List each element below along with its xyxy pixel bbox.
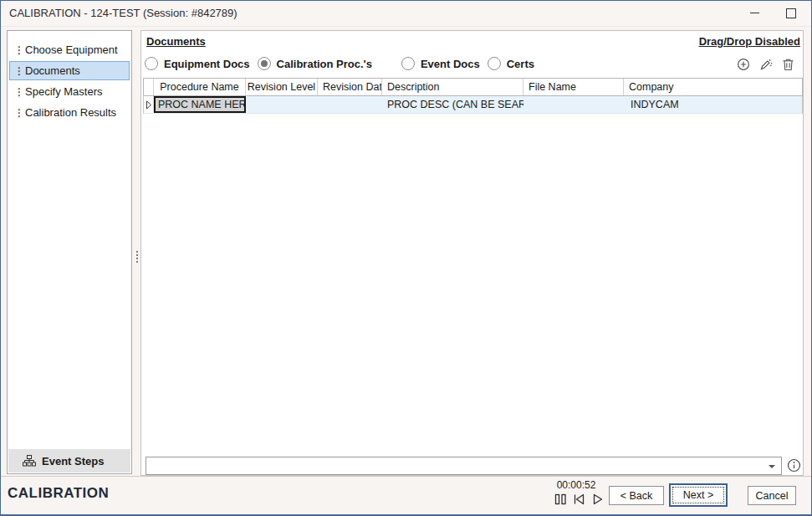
radio-icon [401,57,415,70]
sidebar-item-calibration-results[interactable]: ⋮ Calibration Results [9,103,130,122]
sidebar-item-choose-equipment[interactable]: ⋮ Choose Equipment [9,40,130,59]
drag-grip-icon: ⋮ [14,108,25,118]
table-row[interactable]: PROC NAME HERE PROC DESC (CAN BE SEARCHE… [143,96,803,114]
chevron-down-icon[interactable] [769,465,775,468]
cell-description: PROC DESC (CAN BE SEARCHED ( [382,96,523,113]
next-button[interactable]: Next > [669,483,728,507]
edit-document-button[interactable] [758,57,773,71]
minimize-icon [750,13,759,13]
row-indicator-cell [144,96,154,113]
column-header-company[interactable]: Company [624,79,802,95]
wizard-step-list: ⋮ Choose Equipment ⋮ Documents ⋮ Specify… [8,40,131,124]
maximize-icon [786,8,796,18]
media-controls [554,492,605,506]
drag-grip-icon: ⋮ [14,45,25,55]
doc-type-radio-group: Equipment Docs Calibration Proc.'s Event… [145,55,542,72]
selected-cell[interactable]: PROC NAME HERE [154,96,246,113]
radio-label: Event Docs [421,58,480,70]
radio-icon [145,57,158,70]
radio-selected-icon [258,57,271,70]
dragdrop-toggle-link[interactable]: Drag/Drop Disabled [699,35,800,48]
radio-certs[interactable]: Certs [488,57,534,70]
org-chart-icon [23,455,36,467]
back-button[interactable]: < Back [609,486,664,505]
magic-edit-icon [759,58,773,71]
combobox-input[interactable] [148,458,766,473]
session-timer: 00:00:52 [551,479,601,491]
minimize-button[interactable] [741,1,768,25]
add-icon [737,58,750,71]
info-icon [787,458,801,473]
wizard-title: CALIBRATION [8,485,109,502]
radio-icon [488,57,501,70]
radio-event-docs[interactable]: Event Docs [401,57,480,70]
column-header-revision-level[interactable]: Revision Level [246,79,318,95]
document-filter-combobox[interactable] [146,457,782,475]
radio-label: Certs [507,58,534,70]
radio-label: Equipment Docs [164,58,250,70]
radio-calibration-procs[interactable]: Calibration Proc.'s [258,57,372,70]
calibration-wizard-window: CALIBRATION - 124-TEST (Session: #842789… [0,0,812,516]
add-document-button[interactable] [736,57,750,71]
event-steps-button[interactable]: Event Steps [8,449,130,473]
window-title: CALIBRATION - 124-TEST (Session: #842789… [9,7,237,19]
splitter-handle[interactable] [135,248,140,266]
radio-equipment-docs[interactable]: Equipment Docs [145,57,250,70]
sidebar-item-label: Documents [25,64,80,77]
column-header-procedure-name[interactable]: Procedure Name [154,79,246,95]
sidebar-item-label: Choose Equipment [25,43,118,56]
column-header-revision-date[interactable]: Revision Dat [318,79,382,95]
column-header-file-name[interactable]: File Name [523,79,624,95]
skip-to-start-button[interactable] [572,492,586,506]
pause-icon [554,493,567,506]
cancel-button[interactable]: Cancel [748,486,796,505]
drag-grip-icon: ⋮ [14,66,25,76]
table-header-row: Procedure Name Revision Level Revision D… [143,78,803,96]
column-header-description[interactable]: Description [382,79,523,95]
row-indicator-icon [146,100,152,110]
wizard-steps-sidebar: ⋮ Choose Equipment ⋮ Documents ⋮ Specify… [7,30,132,474]
cell-company: INDYCAM [624,96,802,113]
drag-grip-icon: ⋮ [14,87,25,97]
pause-button[interactable] [554,492,568,506]
play-icon [592,493,604,506]
trash-icon [782,58,794,71]
play-button[interactable] [590,492,605,506]
cell-revision-date [318,96,382,113]
footer-bar: CALIBRATION 00:00:52 < Back [1,476,811,514]
delete-document-button[interactable] [781,57,795,71]
document-toolbar [736,57,795,71]
sidebar-item-specify-masters[interactable]: ⋮ Specify Masters [9,82,130,101]
section-title: Documents [146,35,206,48]
cell-file-name [523,96,624,113]
documents-table: Procedure Name Revision Level Revision D… [143,78,803,114]
cell-revision-level [246,96,318,113]
sidebar-item-label: Specify Masters [25,85,102,98]
skip-start-icon [573,493,585,506]
radio-label: Calibration Proc.'s [277,58,372,70]
maximize-button[interactable] [778,1,804,25]
titlebar: CALIBRATION - 124-TEST (Session: #842789… [1,1,811,27]
sidebar-item-documents[interactable]: ⋮ Documents [9,61,130,80]
event-steps-label: Event Steps [42,455,104,467]
sidebar-item-label: Calibration Results [25,106,116,119]
info-button[interactable] [787,458,801,473]
cell-procedure-name[interactable]: PROC NAME HERE [154,96,246,113]
documents-panel: Documents Drag/Drop Disabled Equipment D… [140,30,804,476]
column-header-selector [144,79,154,95]
